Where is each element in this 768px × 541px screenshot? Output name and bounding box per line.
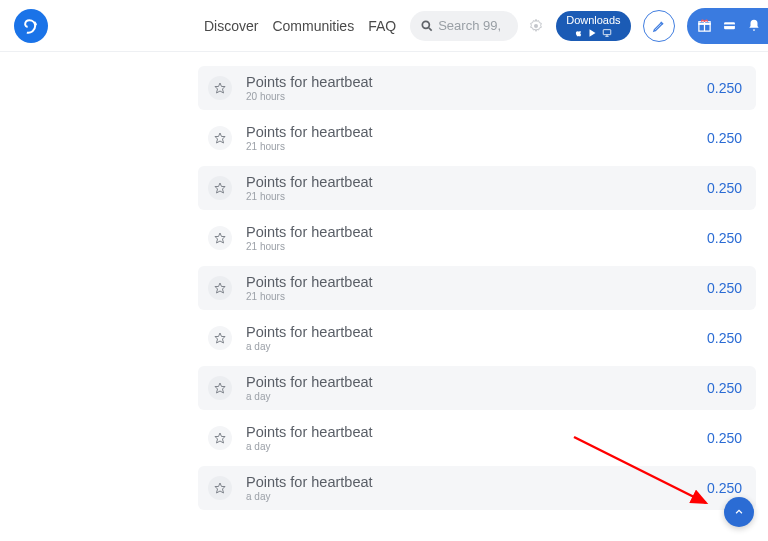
blurt-logo[interactable] [14, 9, 48, 43]
star-icon[interactable] [208, 226, 232, 250]
downloads-button[interactable]: Downloads [556, 11, 630, 41]
activity-row[interactable]: Points for heartbeata day0.250 [198, 416, 756, 460]
activity-points: 0.250 [707, 80, 742, 96]
compose-button[interactable] [643, 10, 675, 42]
star-icon[interactable] [208, 276, 232, 300]
downloads-label: Downloads [566, 15, 620, 26]
activity-points: 0.250 [707, 280, 742, 296]
activity-title: Points for heartbeat [246, 324, 373, 340]
svg-marker-11 [215, 83, 225, 93]
star-icon[interactable] [208, 176, 232, 200]
activity-time: a day [246, 341, 373, 352]
star-icon[interactable] [208, 426, 232, 450]
svg-marker-18 [215, 433, 225, 443]
star-icon[interactable] [208, 476, 232, 500]
activity-time: 21 hours [246, 141, 373, 152]
activity-time: a day [246, 441, 373, 452]
svg-point-2 [534, 24, 538, 28]
star-icon[interactable] [208, 126, 232, 150]
activity-points: 0.250 [707, 480, 742, 496]
svg-rect-3 [604, 29, 612, 34]
activity-text: Points for heartbeat20 hours [246, 74, 373, 102]
activity-time: a day [246, 491, 373, 502]
activity-text: Points for heartbeata day [246, 324, 373, 352]
star-icon[interactable] [208, 76, 232, 100]
activity-row[interactable]: Points for heartbeat21 hours0.250 [198, 266, 756, 310]
activity-text: Points for heartbeata day [246, 374, 373, 402]
activity-time: 20 hours [246, 91, 373, 102]
desktop-icon [602, 28, 612, 38]
activity-title: Points for heartbeat [246, 374, 373, 390]
bell-icon[interactable] [747, 18, 761, 33]
activity-text: Points for heartbeat21 hours [246, 224, 373, 252]
activity-time: 21 hours [246, 291, 373, 302]
activity-row[interactable]: Points for heartbeata day0.250 [198, 366, 756, 410]
download-platform-icons [574, 28, 612, 38]
activity-text: Points for heartbeat21 hours [246, 274, 373, 302]
activity-row[interactable]: Points for heartbeata day0.250 [198, 466, 756, 510]
svg-line-1 [429, 27, 432, 30]
activity-row[interactable]: Points for heartbeata day0.250 [198, 316, 756, 360]
activity-row[interactable]: Points for heartbeat21 hours0.250 [198, 166, 756, 210]
settings-icon[interactable] [528, 18, 544, 34]
svg-marker-19 [215, 483, 225, 493]
activity-text: Points for heartbeat21 hours [246, 174, 373, 202]
activity-title: Points for heartbeat [246, 274, 373, 290]
activity-title: Points for heartbeat [246, 424, 373, 440]
user-cluster [687, 8, 768, 44]
activity-row[interactable]: Points for heartbeat20 hours0.250 [198, 66, 756, 110]
activity-text: Points for heartbeat21 hours [246, 124, 373, 152]
activity-time: 21 hours [246, 241, 373, 252]
svg-marker-14 [215, 233, 225, 243]
activity-title: Points for heartbeat [246, 474, 373, 490]
activity-points: 0.250 [707, 180, 742, 196]
activity-points: 0.250 [707, 230, 742, 246]
activity-row[interactable]: Points for heartbeat21 hours0.250 [198, 116, 756, 160]
activity-time: 21 hours [246, 191, 373, 202]
activity-title: Points for heartbeat [246, 224, 373, 240]
main-nav: Discover Communities FAQ [204, 18, 396, 34]
svg-marker-13 [215, 183, 225, 193]
wallet-icon[interactable] [722, 19, 737, 32]
activity-title: Points for heartbeat [246, 174, 373, 190]
header: Discover Communities FAQ Downloads [0, 0, 768, 52]
apple-icon [574, 28, 583, 38]
activity-time: a day [246, 391, 373, 402]
nav-faq[interactable]: FAQ [368, 18, 396, 34]
activity-text: Points for heartbeata day [246, 474, 373, 502]
search-input[interactable] [438, 18, 508, 33]
scroll-to-top-button[interactable] [724, 497, 754, 527]
search-box[interactable] [410, 11, 518, 41]
activity-title: Points for heartbeat [246, 74, 373, 90]
activity-text: Points for heartbeata day [246, 424, 373, 452]
play-icon [588, 28, 597, 38]
star-icon[interactable] [208, 326, 232, 350]
svg-marker-16 [215, 333, 225, 343]
activity-title: Points for heartbeat [246, 124, 373, 140]
search-icon [420, 19, 434, 33]
activity-points: 0.250 [707, 330, 742, 346]
activity-row[interactable]: Points for heartbeat21 hours0.250 [198, 216, 756, 260]
svg-marker-15 [215, 283, 225, 293]
nav-discover[interactable]: Discover [204, 18, 258, 34]
svg-marker-12 [215, 133, 225, 143]
activity-points: 0.250 [707, 380, 742, 396]
activity-points: 0.250 [707, 430, 742, 446]
svg-marker-17 [215, 383, 225, 393]
svg-point-0 [423, 21, 430, 28]
star-icon[interactable] [208, 376, 232, 400]
activity-points: 0.250 [707, 130, 742, 146]
activity-list: Points for heartbeat20 hours0.250Points … [0, 52, 768, 510]
gift-icon[interactable] [697, 18, 712, 33]
svg-rect-10 [724, 24, 735, 26]
nav-communities[interactable]: Communities [272, 18, 354, 34]
